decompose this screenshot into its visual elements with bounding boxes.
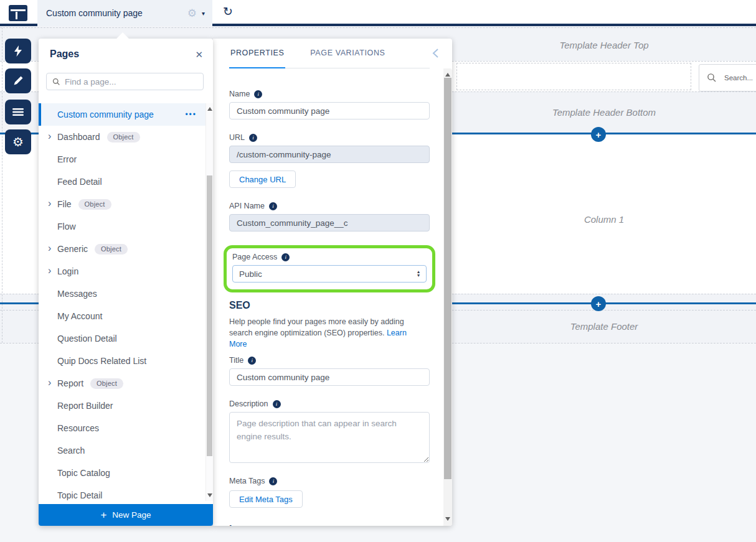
pages-panel: Pages ✕ Custom community page ••• › Dash… xyxy=(39,39,213,526)
toolbar-theme-button[interactable] xyxy=(5,68,31,93)
chevron-right-icon[interactable]: › xyxy=(48,198,51,209)
page-list-item-report-builder[interactable]: Report Builder xyxy=(39,395,213,417)
find-page-search[interactable] xyxy=(46,73,204,90)
scroll-up-arrow[interactable] xyxy=(207,107,212,111)
description-field[interactable] xyxy=(229,412,430,463)
properties-tab-bar: PROPERTIES PAGE VARIATIONS xyxy=(213,39,452,68)
page-list-item-feed-detail[interactable]: Feed Detail xyxy=(39,171,213,193)
scrollbar-thumb[interactable] xyxy=(444,78,451,479)
search-icon xyxy=(707,73,717,83)
new-page-button[interactable]: + New Page xyxy=(39,504,213,526)
page-list-item-file[interactable]: › File Object xyxy=(39,193,213,215)
page-access-highlight: Page Accessi Public ▴ ▾ xyxy=(224,245,435,292)
builder-logo-icon[interactable] xyxy=(9,5,27,21)
add-section-button[interactable]: + xyxy=(591,296,606,311)
page-settings-gear-icon[interactable]: ⚙ xyxy=(187,7,197,20)
info-icon[interactable]: i xyxy=(254,90,262,98)
url-label: URL xyxy=(229,133,245,142)
page-item-label: Flow xyxy=(57,222,76,231)
column-1-label: Column 1 xyxy=(452,214,756,225)
page-list-item-login[interactable]: › Login xyxy=(39,260,213,283)
chevron-right-icon[interactable]: › xyxy=(48,377,51,388)
page-item-label: Error xyxy=(57,154,77,164)
page-list-item-my-account[interactable]: My Account xyxy=(39,305,213,327)
api-name-field xyxy=(229,214,430,231)
edit-meta-tags-button[interactable]: Edit Meta Tags xyxy=(229,490,303,508)
scroll-down-arrow[interactable] xyxy=(207,493,212,497)
page-selector[interactable]: Custom community page ⚙ ▾ xyxy=(37,0,212,26)
object-badge: Object xyxy=(107,132,140,143)
chevron-right-icon[interactable]: › xyxy=(48,243,51,254)
page-list-item-topic-detail[interactable]: Topic Detail xyxy=(39,484,213,501)
chevron-right-icon[interactable]: › xyxy=(48,131,51,142)
page-list-item-error[interactable]: Error xyxy=(39,148,213,171)
seo-heading: SEO xyxy=(229,300,430,311)
chevron-right-icon[interactable]: › xyxy=(48,265,51,276)
pages-scrollbar[interactable] xyxy=(206,103,213,501)
info-icon[interactable]: i xyxy=(269,202,277,210)
page-item-label: Report xyxy=(57,378,83,388)
collapse-panel-chevron-icon[interactable] xyxy=(432,48,440,58)
meta-tags-label: Meta Tags xyxy=(229,477,265,485)
page-list-item-report[interactable]: › Report Object xyxy=(39,372,213,395)
header-dropzone[interactable] xyxy=(456,63,691,90)
pages-panel-title: Pages xyxy=(50,49,79,60)
template-header-top-label: Template Header Top xyxy=(452,40,756,50)
info-icon[interactable]: i xyxy=(281,253,290,261)
info-icon[interactable]: i xyxy=(269,477,277,485)
info-icon[interactable]: i xyxy=(273,400,281,408)
page-list-item-quip-docs-related-list[interactable]: Quip Docs Related List xyxy=(39,350,213,372)
stepper-arrows-icon[interactable]: ▴ ▾ xyxy=(417,270,420,278)
page-item-label: Search xyxy=(57,446,85,456)
description-label: Description xyxy=(229,399,268,408)
search-icon xyxy=(52,78,60,86)
properties-scrollbar[interactable] xyxy=(443,68,452,526)
page-list-item-flow[interactable]: Flow xyxy=(39,215,213,238)
properties-panel: PROPERTIES PAGE VARIATIONS Namei URLi Ch… xyxy=(213,39,452,526)
change-url-button[interactable]: Change URL xyxy=(229,171,296,188)
page-item-label: Feed Detail xyxy=(57,177,102,187)
seo-title-field[interactable] xyxy=(229,368,430,386)
page-list-item-resources[interactable]: Resources xyxy=(39,417,213,439)
tab-properties[interactable]: PROPERTIES xyxy=(229,39,285,68)
list-icon xyxy=(12,108,24,116)
page-item-label: Login xyxy=(57,266,78,276)
close-icon[interactable]: ✕ xyxy=(195,49,203,60)
title-label: Title xyxy=(229,356,243,365)
info-icon[interactable]: i xyxy=(248,357,256,365)
toolbar-settings-button[interactable]: ⚙ xyxy=(5,129,31,154)
canvas-search-box[interactable]: Search... xyxy=(699,64,756,91)
api-name-label: API Name xyxy=(229,202,265,210)
page-item-label: File xyxy=(57,199,72,209)
refresh-icon[interactable]: ↻ xyxy=(223,4,233,19)
page-list-item-dashboard[interactable]: › Dashboard Object xyxy=(39,126,213,148)
scrollbar-thumb[interactable] xyxy=(207,175,212,456)
object-badge: Object xyxy=(90,378,123,389)
caret-down-icon[interactable]: ▾ xyxy=(202,10,205,17)
tab-page-variations[interactable]: PAGE VARIATIONS xyxy=(309,39,386,68)
row-menu-dots-icon[interactable]: ••• xyxy=(185,110,197,119)
page-list-item-custom-community-page[interactable]: Custom community page ••• xyxy=(39,103,213,126)
properties-content: Namei URLi Change URL API Namei Page Acc… xyxy=(213,68,443,526)
toolbar-components-button[interactable] xyxy=(5,39,31,63)
page-list-item-topic-catalog[interactable]: Topic Catalog xyxy=(39,462,213,484)
page-item-label: Quip Docs Related List xyxy=(57,356,146,366)
object-badge: Object xyxy=(95,244,128,255)
add-section-button[interactable]: + xyxy=(591,127,606,142)
info-icon[interactable]: i xyxy=(249,134,257,142)
toolbar-page-structure-button[interactable] xyxy=(5,100,31,124)
page-selector-label: Custom community page xyxy=(46,8,187,18)
brush-icon xyxy=(12,75,24,86)
scroll-down-arrow[interactable] xyxy=(445,517,450,521)
url-field xyxy=(229,146,430,163)
page-access-select[interactable]: Public ▴ ▾ xyxy=(232,265,427,283)
plus-icon: + xyxy=(596,129,602,140)
page-list-item-messages[interactable]: Messages xyxy=(39,283,213,305)
name-field[interactable] xyxy=(229,102,430,119)
find-page-input[interactable] xyxy=(65,77,197,86)
page-list-item-question-detail[interactable]: Question Detail xyxy=(39,327,213,350)
page-list-item-search[interactable]: Search xyxy=(39,439,213,462)
page-item-label: Messages xyxy=(57,289,97,299)
page-list-item-generic[interactable]: › Generic Object xyxy=(39,238,213,260)
scroll-up-arrow[interactable] xyxy=(445,73,450,77)
